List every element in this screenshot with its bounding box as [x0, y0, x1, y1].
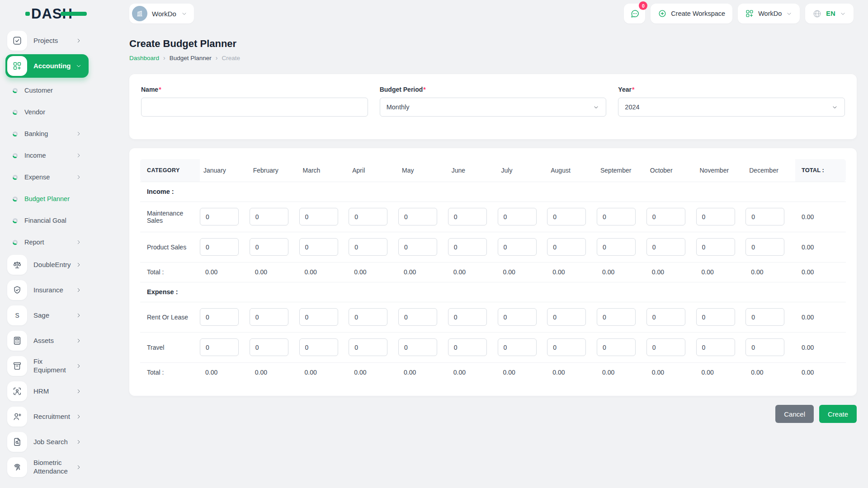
month-total-value: 0.00 [250, 262, 299, 282]
breadcrumb: Dashboard Budget Planner Create [129, 54, 857, 61]
create-workspace-button[interactable]: Create Workspace [651, 4, 732, 23]
budget-input-travel-april[interactable] [349, 338, 387, 356]
chevron-down-icon [840, 10, 846, 17]
sidebar-item-projects[interactable]: Projects [5, 29, 89, 52]
sidebar-item-insurance[interactable]: Insurance [5, 278, 89, 302]
sidebar-item-vendor[interactable]: Vendor [5, 101, 89, 123]
budget-input-maintenance-sales-july[interactable] [498, 208, 537, 225]
budget-input-product-sales-june[interactable] [448, 238, 487, 256]
budget-input-product-sales-april[interactable] [349, 238, 387, 256]
budget-input-product-sales-may[interactable] [398, 238, 437, 256]
budget-input-maintenance-sales-may[interactable] [398, 208, 437, 225]
sidebar-item-income[interactable]: Income [5, 145, 89, 166]
budget-input-product-sales-march[interactable] [299, 238, 338, 256]
sidebar-item-banking[interactable]: Banking [5, 123, 89, 145]
sidebar-item-hrm[interactable]: HRM [5, 380, 89, 403]
budget-input-product-sales-november[interactable] [696, 238, 735, 256]
budget-input-product-sales-october[interactable] [646, 238, 685, 256]
budget-input-product-sales-december[interactable] [745, 238, 784, 256]
budget-input-maintenance-sales-september[interactable] [597, 208, 636, 225]
sidebar-item-doubleentry[interactable]: DoubleEntry [5, 253, 89, 277]
sidebar-item-expense[interactable]: Expense [5, 166, 89, 188]
sidebar-item-label: Financial Goal [24, 217, 66, 224]
budget-input-travel-may[interactable] [398, 338, 437, 356]
budget-input-rent-or-lease-july[interactable] [498, 308, 537, 326]
budget-input-rent-or-lease-june[interactable] [448, 308, 487, 326]
budget-input-product-sales-february[interactable] [250, 238, 288, 256]
messages-button[interactable]: 0 [624, 4, 645, 23]
budget-input-travel-august[interactable] [547, 338, 586, 356]
budget-input-travel-september[interactable] [597, 338, 636, 356]
sidebar-item-financial-goal[interactable]: Financial Goal [5, 210, 89, 231]
sidebar-item-label: HRM [33, 387, 49, 396]
name-input[interactable] [141, 98, 368, 117]
sidebar-item-biometric-attendance[interactable]: Biometric Attendance [5, 455, 89, 479]
sidebar-item-fix-equipment[interactable]: Fix Equipment [5, 354, 89, 378]
budget-input-maintenance-sales-june[interactable] [448, 208, 487, 225]
budget-input-maintenance-sales-november[interactable] [696, 208, 735, 225]
budget-table: CATEGORYJanuaryFebruaryMarchAprilMayJune… [140, 159, 846, 382]
budget-input-maintenance-sales-december[interactable] [745, 208, 784, 225]
cancel-button[interactable]: Cancel [775, 405, 814, 423]
month-total-value: 0.00 [597, 362, 646, 382]
brand-logo[interactable]: DASH [25, 7, 87, 21]
budget-input-product-sales-january[interactable] [200, 238, 239, 256]
month-total-value: 0.00 [299, 362, 349, 382]
budget-input-rent-or-lease-may[interactable] [398, 308, 437, 326]
month-total-value: 0.00 [498, 262, 547, 282]
budget-input-travel-july[interactable] [498, 338, 537, 356]
budget-input-rent-or-lease-november[interactable] [696, 308, 735, 326]
budget-row-maintenance-sales: Maintenance Sales0.00 [140, 202, 846, 232]
budget-input-rent-or-lease-february[interactable] [250, 308, 288, 326]
sidebar-item-accounting[interactable]: Accounting [5, 54, 89, 78]
budget-input-product-sales-september[interactable] [597, 238, 636, 256]
budget-input-maintenance-sales-march[interactable] [299, 208, 338, 225]
workspace-switcher[interactable]: WorkDo [129, 4, 194, 23]
sidebar-item-sage[interactable]: SSage [5, 304, 89, 327]
budget-input-maintenance-sales-august[interactable] [547, 208, 586, 225]
app-menu-button[interactable]: WorkDo [738, 4, 800, 23]
budget-input-maintenance-sales-february[interactable] [250, 208, 288, 225]
chevron-down-icon [831, 104, 838, 111]
budget-input-product-sales-august[interactable] [547, 238, 586, 256]
year-select[interactable]: 2024 [618, 98, 845, 117]
month-total-value: 0.00 [597, 262, 646, 282]
chevron-right-icon [75, 388, 82, 395]
sidebar-item-budget-planner[interactable]: Budget Planner [5, 188, 89, 210]
budget-period-select[interactable]: Monthly [380, 98, 607, 117]
budget-input-maintenance-sales-april[interactable] [349, 208, 387, 225]
budget-input-rent-or-lease-september[interactable] [597, 308, 636, 326]
budget-input-rent-or-lease-march[interactable] [299, 308, 338, 326]
budget-input-rent-or-lease-april[interactable] [349, 308, 387, 326]
budget-input-travel-january[interactable] [200, 338, 239, 356]
sidebar-item-recruitment[interactable]: Recruitment [5, 405, 89, 428]
sidebar-item-customer[interactable]: Customer [5, 80, 89, 101]
language-selector[interactable]: EN [805, 4, 854, 23]
budget-input-rent-or-lease-december[interactable] [745, 308, 784, 326]
budget-input-travel-november[interactable] [696, 338, 735, 356]
breadcrumb-dashboard[interactable]: Dashboard [129, 55, 159, 61]
budget-input-product-sales-july[interactable] [498, 238, 537, 256]
form-actions: Cancel Create [129, 405, 857, 423]
file-search-icon [7, 432, 27, 452]
create-button[interactable]: Create [819, 405, 857, 423]
create-workspace-label: Create Workspace [671, 10, 725, 17]
budget-input-travel-february[interactable] [250, 338, 288, 356]
globe-icon [812, 9, 822, 19]
budget-input-travel-october[interactable] [646, 338, 685, 356]
budget-input-maintenance-sales-october[interactable] [646, 208, 685, 225]
budget-input-maintenance-sales-january[interactable] [200, 208, 239, 225]
breadcrumb-budget-planner[interactable]: Budget Planner [170, 55, 212, 61]
grid-plus-icon [7, 56, 27, 76]
sidebar-item-report[interactable]: Report [5, 231, 89, 253]
sidebar-item-assets[interactable]: Assets [5, 329, 89, 352]
budget-input-rent-or-lease-october[interactable] [646, 308, 685, 326]
budget-input-travel-march[interactable] [299, 338, 338, 356]
budget-input-travel-december[interactable] [745, 338, 784, 356]
budget-input-travel-june[interactable] [448, 338, 487, 356]
submenu-dot-icon [13, 218, 18, 223]
budget-input-rent-or-lease-january[interactable] [200, 308, 239, 326]
workspace-name: WorkDo [152, 10, 176, 18]
budget-input-rent-or-lease-august[interactable] [547, 308, 586, 326]
sidebar-item-job-search[interactable]: Job Search [5, 430, 89, 454]
